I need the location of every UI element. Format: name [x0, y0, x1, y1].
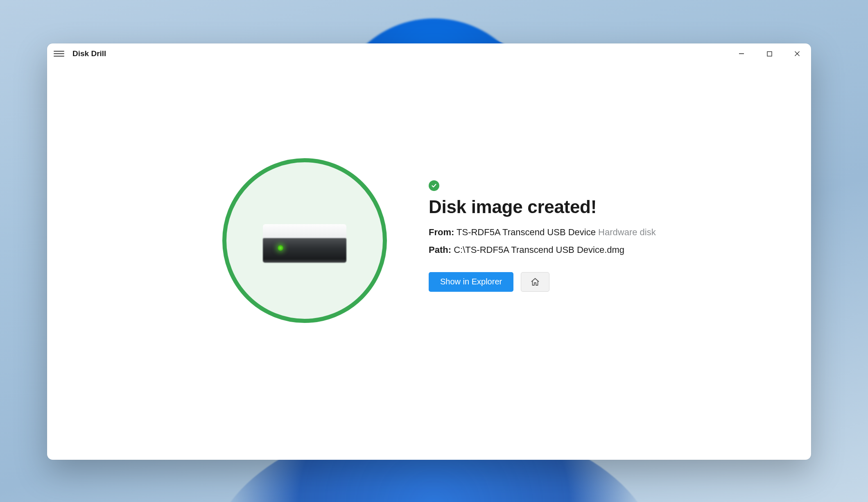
result-headline: Disk image created! [429, 197, 656, 217]
success-check-icon [429, 180, 439, 191]
close-button[interactable] [783, 43, 811, 64]
success-illustration [222, 158, 387, 323]
content-area: Disk image created! From: TS-RDF5A Trans… [47, 64, 811, 460]
result-details: Disk image created! From: TS-RDF5A Trans… [429, 158, 656, 292]
hard-drive-icon [263, 224, 346, 265]
action-row: Show in Explorer [429, 272, 656, 292]
path-value: C:\TS-RDF5A Transcend USB Device.dmg [454, 245, 624, 255]
maximize-button[interactable] [755, 43, 783, 64]
maximize-icon [767, 51, 772, 57]
home-button[interactable] [521, 272, 549, 292]
svg-rect-1 [767, 52, 772, 56]
close-icon [794, 51, 800, 57]
from-type: Hardware disk [598, 227, 656, 237]
from-label: From: [429, 227, 454, 237]
menu-button[interactable] [53, 48, 65, 60]
from-value: TS-RDF5A Transcend USB Device [457, 227, 596, 237]
app-window: Disk Drill [47, 43, 811, 460]
home-icon [530, 277, 540, 287]
titlebar: Disk Drill [47, 43, 811, 64]
from-line: From: TS-RDF5A Transcend USB Device Hard… [429, 226, 656, 239]
minimize-button[interactable] [728, 43, 755, 64]
app-title: Disk Drill [72, 49, 106, 58]
minimize-icon [739, 51, 744, 57]
path-line: Path: C:\TS-RDF5A Transcend USB Device.d… [429, 244, 656, 257]
path-label: Path: [429, 245, 451, 255]
show-in-explorer-button[interactable]: Show in Explorer [429, 272, 513, 292]
window-controls [728, 43, 811, 64]
